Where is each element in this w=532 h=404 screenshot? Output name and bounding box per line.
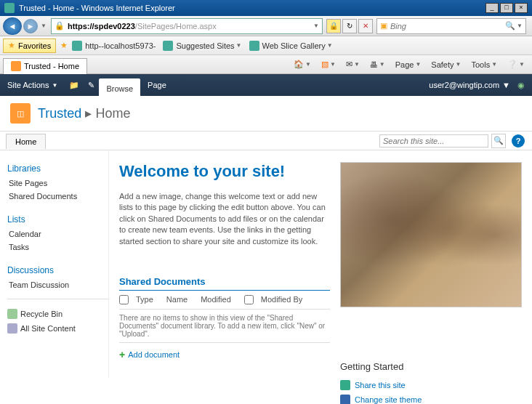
favorites-button[interactable]: ★ Favorites <box>3 39 56 53</box>
url-path: /SitePages/Home.aspx <box>135 22 217 31</box>
back-button[interactable]: ◄ <box>3 17 22 35</box>
site-search-input[interactable] <box>379 134 488 148</box>
page-title-area: ◫ Trusted ▸ Home <box>0 96 532 132</box>
navigate-up-button[interactable]: 📁 <box>65 74 84 96</box>
browser-search-input[interactable] <box>390 22 505 31</box>
nav-header-lists[interactable]: Lists <box>7 214 108 225</box>
site-search: 🔍 ? <box>379 134 525 148</box>
shared-documents-webpart: Type Name Modified Modified By There are… <box>119 291 330 366</box>
top-nav-bar: Home 🔍 ? <box>0 132 532 150</box>
address-bar: ◄ ► ▼ 🔒 https://spdev0223/SitePages/Home… <box>0 16 532 36</box>
nav-header-libraries[interactable]: Libraries <box>7 163 108 174</box>
fav-link-suggested[interactable]: Suggested Sites ▼ <box>163 41 241 51</box>
user-menu[interactable]: user2@wingtip.com ▼ ◉ <box>429 81 532 90</box>
page-menu[interactable]: Page▼ <box>391 59 426 70</box>
col-modified[interactable]: Modified <box>201 295 231 304</box>
site-actions-menu[interactable]: Site Actions▼ <box>0 74 65 96</box>
theme-icon <box>340 395 350 404</box>
browser-tab-row: Trusted - Home 🏠▼ ▧▼ ✉▼ 🖶▼ Page▼ Safety▼… <box>0 55 532 74</box>
search-go-icon[interactable]: 🔍 <box>505 21 515 31</box>
search-dropdown-icon[interactable]: ▼ <box>517 23 523 29</box>
lock-icon: 🔒 <box>55 21 65 31</box>
home-icon: 🏠 <box>294 60 304 69</box>
help-button[interactable]: ❔▼ <box>503 58 529 70</box>
breadcrumb-separator: ▸ <box>85 106 95 121</box>
fav-link-localhost[interactable]: http--localhost5973- <box>72 41 156 51</box>
main-content: Welcome to your site! Add a new image, c… <box>109 150 532 378</box>
nav-item-calendar[interactable]: Calendar <box>7 227 108 241</box>
url-field-container[interactable]: 🔒 https://spdev0223/SitePages/Home.aspx … <box>51 18 323 34</box>
search-provider-box[interactable]: ▣ 🔍 ▼ <box>376 18 526 34</box>
col-name[interactable]: Name <box>166 295 188 304</box>
url-dropdown-icon[interactable]: ▼ <box>313 23 319 29</box>
nav-all-site-content[interactable]: All Site Content <box>7 321 108 336</box>
col-modified-by[interactable]: Modified By <box>261 295 302 304</box>
help-button[interactable]: ? <box>512 134 525 148</box>
nav-item-tasks[interactable]: Tasks <box>7 241 108 254</box>
nav-item-team-discussion[interactable]: Team Discussion <box>7 278 108 291</box>
chevron-down-icon: ▼ <box>236 42 242 49</box>
recycle-bin-icon <box>7 309 17 319</box>
nav-recycle-bin[interactable]: Recycle Bin <box>7 307 108 321</box>
home-button[interactable]: 🏠▼ <box>289 58 315 70</box>
page-icon <box>249 41 259 51</box>
window-title: Trusted - Home - Windows Internet Explor… <box>19 4 175 12</box>
add-favorite-icon[interactable]: ★ <box>60 41 68 50</box>
share-site-link[interactable]: Share this site <box>340 378 522 392</box>
select-all-checkbox[interactable] <box>119 295 129 304</box>
doclib-title[interactable]: Shared Documents <box>119 276 330 291</box>
folder-up-icon: 📁 <box>69 81 79 90</box>
window-title-bar: Trusted - Home - Windows Internet Explor… <box>0 0 532 16</box>
nav-item-site-pages[interactable]: Site Pages <box>7 177 108 190</box>
all-content-icon <box>7 323 17 334</box>
page-icon <box>72 41 82 51</box>
feeds-button[interactable]: ▧▼ <box>317 58 340 70</box>
site-logo[interactable]: ◫ <box>10 103 31 124</box>
chevron-down-icon: ▼ <box>327 42 333 49</box>
ribbon-tab-browse[interactable]: Browse <box>99 78 140 96</box>
fav-link-webslice[interactable]: Web Slice Gallery ▼ <box>249 41 333 51</box>
safety-menu[interactable]: Safety▼ <box>427 59 465 70</box>
search-icon: 🔍 <box>493 136 504 145</box>
top-nav-home[interactable]: Home <box>6 134 46 149</box>
doclib-empty-text: There are no items to show in this view … <box>119 310 330 343</box>
stop-button[interactable]: ✕ <box>358 19 373 33</box>
ie-icon <box>4 3 15 13</box>
nav-item-shared-documents[interactable]: Shared Documents <box>7 190 108 203</box>
edit-page-button[interactable]: ✎ <box>84 74 99 96</box>
breadcrumb: Trusted ▸ Home <box>38 105 130 121</box>
recent-dropdown-icon[interactable]: ▼ <box>41 23 47 29</box>
mail-button[interactable]: ✉▼ <box>342 58 364 70</box>
change-theme-link[interactable]: Change site theme <box>340 392 522 404</box>
add-document-link[interactable]: + Add document <box>119 343 330 366</box>
breadcrumb-page: Home <box>95 106 130 121</box>
favorites-label: Favorites <box>18 41 51 50</box>
print-button[interactable]: 🖶▼ <box>366 59 390 70</box>
browser-tab[interactable]: Trusted - Home <box>3 58 87 74</box>
doclib-header-row: Type Name Modified Modified By <box>119 291 330 310</box>
close-button[interactable]: × <box>515 3 528 13</box>
ssl-lock-button[interactable]: 🔒 <box>326 19 341 33</box>
refresh-button[interactable]: ↻ <box>342 19 357 33</box>
breadcrumb-site-link[interactable]: Trusted <box>38 106 81 121</box>
col-type[interactable]: Type <box>136 295 153 304</box>
col-checkbox-modifiedby[interactable] <box>244 295 254 304</box>
url-input[interactable] <box>217 22 313 31</box>
site-search-button[interactable]: 🔍 <box>491 134 506 148</box>
mail-icon: ✉ <box>346 60 352 69</box>
ribbon-tab-page[interactable]: Page <box>140 74 174 96</box>
tools-menu[interactable]: Tools▼ <box>467 59 501 70</box>
nav-header-discussions[interactable]: Discussions <box>7 265 108 275</box>
minimize-button[interactable]: _ <box>485 3 499 13</box>
getting-started: Getting Started Share this site Change s… <box>340 361 522 404</box>
intro-text: Add a new image, change this welcome tex… <box>119 191 330 247</box>
tag-icon[interactable]: ◉ <box>517 81 525 90</box>
favorites-bar: ★ Favorites ★ http--localhost5973- Sugge… <box>0 36 532 55</box>
plus-icon: + <box>119 349 125 360</box>
quick-launch: Libraries Site Pages Shared Documents Li… <box>0 150 109 378</box>
maximize-button[interactable]: □ <box>500 3 513 13</box>
rss-icon: ▧ <box>321 60 329 69</box>
edit-icon: ✎ <box>88 81 94 90</box>
getting-started-heading: Getting Started <box>340 361 522 372</box>
forward-button[interactable]: ► <box>23 19 38 33</box>
